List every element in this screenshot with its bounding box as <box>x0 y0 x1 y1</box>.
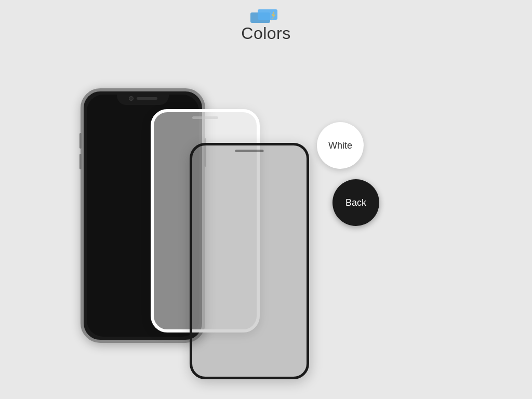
iphone-speaker <box>137 97 157 100</box>
page-header: Colors <box>0 0 532 43</box>
white-protector-notch <box>192 116 218 119</box>
iphone-notch <box>117 91 169 105</box>
black-protector <box>190 143 309 379</box>
product-scene: White Back <box>0 62 532 399</box>
black-color-label: Back <box>332 179 379 226</box>
page-title: Colors <box>241 24 290 43</box>
white-color-label: White <box>317 122 364 169</box>
white-label-text: White <box>328 140 352 151</box>
black-label-text: Back <box>345 197 366 208</box>
iphone-vol-up-button <box>79 133 82 149</box>
black-protector-notch <box>235 150 264 152</box>
iphone-camera <box>129 96 134 101</box>
logo-icon <box>250 9 282 24</box>
iphone-vol-down-button <box>79 154 82 169</box>
